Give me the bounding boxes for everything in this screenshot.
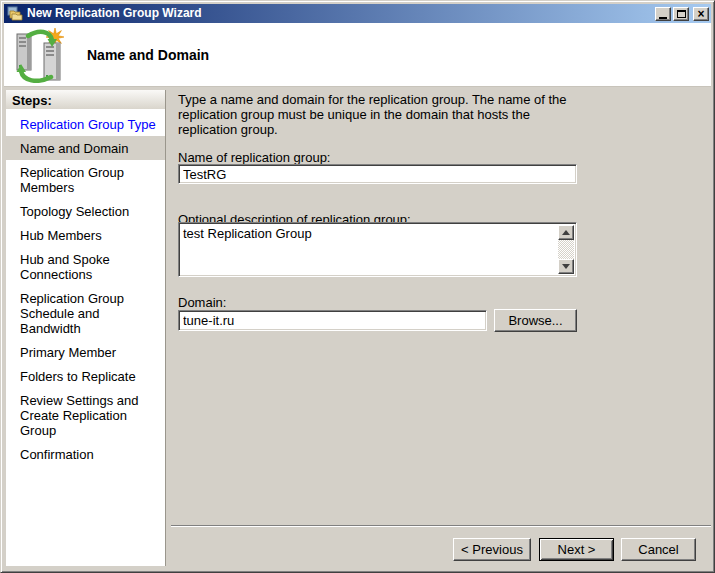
name-field-label: Name of replication group: [178, 150, 330, 165]
steps-list: Replication Group Type Name and Domain R… [6, 112, 165, 466]
steps-heading: Steps: [6, 90, 165, 110]
replication-group-name-input[interactable] [178, 164, 577, 184]
step-name-and-domain: Name and Domain [6, 136, 165, 160]
step-replication-group-members: Replication Group Members [6, 160, 165, 199]
steps-sidebar: Steps: Replication Group Type Name and D… [6, 90, 166, 566]
step-replication-group-type: Replication Group Type [6, 112, 165, 136]
cancel-button[interactable]: Cancel [621, 538, 696, 561]
minimize-icon [659, 17, 667, 19]
window-title: New Replication Group Wizard [27, 4, 653, 23]
step-hub-members: Hub Members [6, 223, 165, 247]
description-scrollbar[interactable] [558, 225, 574, 274]
close-icon: × [697, 9, 704, 19]
maximize-button[interactable] [673, 7, 689, 21]
wizard-content: Type a name and domain for the replicati… [169, 87, 713, 571]
close-button[interactable]: × [693, 7, 709, 21]
wizard-window: New Replication Group Wizard × [0, 0, 715, 573]
app-folders-icon [7, 6, 23, 22]
minimize-button[interactable] [655, 7, 671, 21]
step-primary-member: Primary Member [6, 340, 165, 364]
arrow-down-icon [562, 264, 570, 269]
wizard-header: Name and Domain [4, 23, 711, 87]
scroll-up-button[interactable] [558, 225, 574, 240]
scroll-down-button[interactable] [558, 259, 574, 274]
browse-button[interactable]: Browse... [494, 309, 577, 332]
replication-servers-icon [13, 27, 67, 83]
titlebar[interactable]: New Replication Group Wizard × [4, 4, 711, 23]
step-confirmation: Confirmation [6, 442, 165, 466]
step-hub-and-spoke-connections: Hub and Spoke Connections [6, 247, 165, 286]
previous-button[interactable]: < Previous [453, 538, 531, 561]
step-review-settings: Review Settings and Create Replication G… [6, 388, 165, 442]
maximize-icon [677, 10, 686, 18]
description-field: test Replication Group [178, 222, 577, 277]
next-button[interactable]: Next > [539, 538, 614, 561]
step-folders-to-replicate: Folders to Replicate [6, 364, 165, 388]
step-schedule-and-bandwidth: Replication Group Schedule and Bandwidth [6, 286, 165, 340]
arrow-up-icon [562, 230, 570, 235]
domain-field-label: Domain: [178, 295, 226, 310]
description-textarea[interactable]: test Replication Group [181, 225, 557, 274]
step-topology-selection: Topology Selection [6, 199, 165, 223]
page-title: Name and Domain [87, 47, 209, 63]
intro-text: Type a name and domain for the replicati… [178, 92, 570, 137]
footer-separator [171, 525, 711, 527]
domain-input[interactable] [178, 310, 487, 331]
